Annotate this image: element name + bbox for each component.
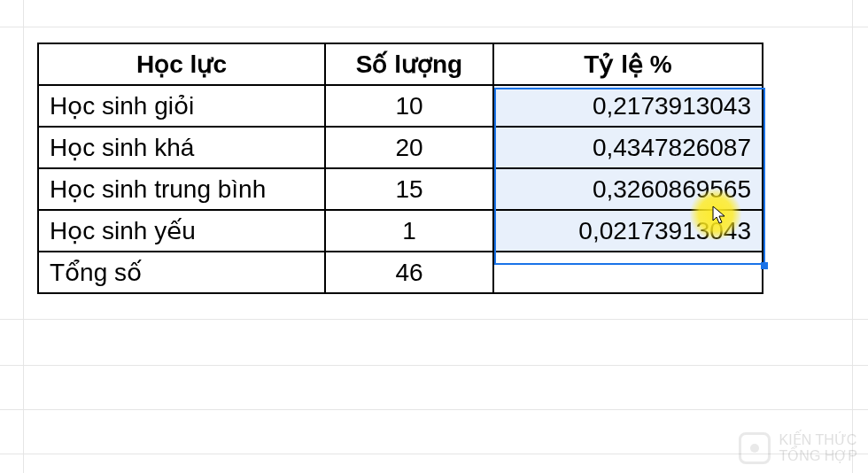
cell-total-percent[interactable] [493, 252, 763, 293]
cell-percent[interactable]: 0,4347826087 [493, 127, 763, 168]
cell-quantity[interactable]: 15 [325, 168, 493, 210]
data-table-container[interactable]: Học lực Số lượng Tỷ lệ % Học sinh giỏi 1… [37, 43, 763, 294]
table-header-row[interactable]: Học lực Số lượng Tỷ lệ % [38, 43, 763, 85]
watermark-line2: TỔNG HỢP [779, 448, 857, 464]
table-row[interactable]: Học sinh giỏi 10 0,2173913043 [38, 85, 763, 127]
table-row[interactable]: Học sinh yếu 1 0,02173913043 [38, 210, 763, 252]
header-quantity[interactable]: Số lượng [325, 43, 493, 85]
cell-quantity[interactable]: 10 [325, 85, 493, 127]
cell-quantity[interactable]: 1 [325, 210, 493, 252]
cell-category[interactable]: Học sinh yếu [38, 210, 325, 252]
cell-total-label[interactable]: Tổng số [38, 252, 325, 293]
watermark-logo-icon [739, 432, 771, 464]
table-row[interactable]: Học sinh trung bình 15 0,3260869565 [38, 168, 763, 210]
cell-quantity[interactable]: 20 [325, 127, 493, 168]
header-category[interactable]: Học lực [38, 43, 325, 85]
cell-category[interactable]: Học sinh khá [38, 127, 325, 168]
cell-percent[interactable]: 0,3260869565 [493, 168, 763, 210]
table-total-row[interactable]: Tổng số 46 [38, 252, 763, 293]
cell-percent[interactable]: 0,02173913043 [493, 210, 763, 252]
data-table[interactable]: Học lực Số lượng Tỷ lệ % Học sinh giỏi 1… [37, 43, 763, 294]
watermark: KIẾN THỨC TỔNG HỢP [739, 432, 857, 464]
table-row[interactable]: Học sinh khá 20 0,4347826087 [38, 127, 763, 168]
cell-category[interactable]: Học sinh giỏi [38, 85, 325, 127]
cell-total-quantity[interactable]: 46 [325, 252, 493, 293]
watermark-line1: KIẾN THỨC [779, 432, 857, 448]
cell-percent[interactable]: 0,2173913043 [493, 85, 763, 127]
cell-category[interactable]: Học sinh trung bình [38, 168, 325, 210]
header-percent[interactable]: Tỷ lệ % [493, 43, 763, 85]
